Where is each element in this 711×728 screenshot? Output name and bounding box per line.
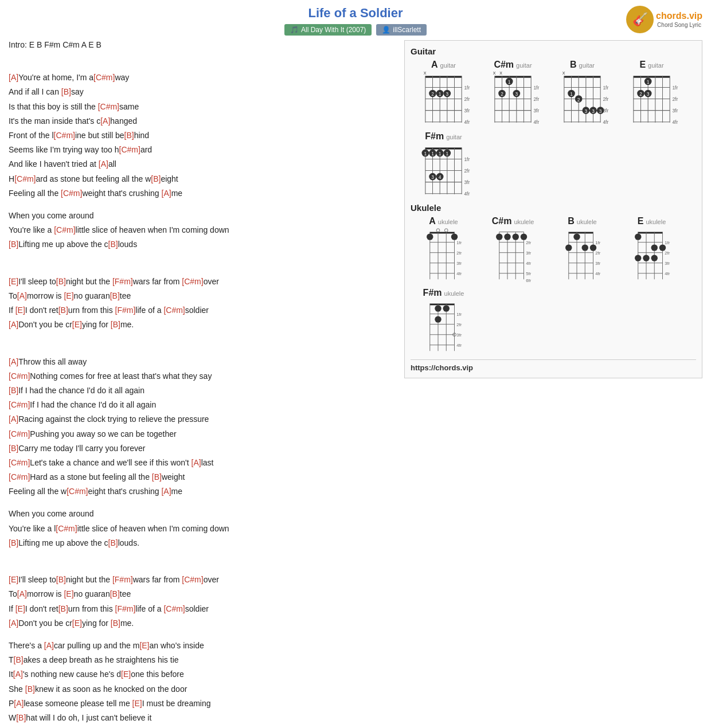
chord-marker[interactable]: [A] — [9, 414, 18, 424]
chord-marker[interactable]: [C#m] — [93, 73, 115, 82]
chord-marker[interactable]: [B] — [124, 131, 134, 140]
chord-marker[interactable]: [B] — [9, 538, 18, 547]
svg-text:1fr: 1fr — [533, 85, 539, 91]
chord-marker[interactable]: [B] — [14, 655, 24, 664]
svg-text:1fr: 1fr — [456, 240, 462, 245]
chord-marker[interactable]: [B] — [56, 575, 66, 584]
chord-marker[interactable]: [A] — [99, 159, 108, 169]
chord-marker[interactable]: [E] — [15, 306, 25, 315]
chord-type-uke1: ukulele — [438, 218, 458, 225]
chord-marker[interactable]: [A] — [14, 699, 24, 708]
ukulele-section: Ukulele A ukulele — [411, 203, 696, 354]
album-tag[interactable]: 🎵 All Day With It (2007) — [284, 24, 372, 36]
chord-marker[interactable]: [C#m] — [54, 225, 75, 234]
chord-marker[interactable]: [A] — [17, 291, 27, 300]
logo-text: chords.vip Chord Song Lyric — [656, 10, 702, 28]
svg-point-170 — [590, 244, 596, 251]
chord-marker[interactable]: [B] — [111, 320, 120, 329]
chord-marker[interactable]: [B] — [110, 589, 120, 598]
chord-marker[interactable]: [A] — [9, 320, 18, 329]
chord-marker[interactable]: [A] — [17, 589, 27, 598]
chord-marker[interactable]: [C#m] — [182, 575, 203, 584]
svg-rect-190 — [430, 304, 455, 306]
chord-marker[interactable]: [E] — [132, 699, 142, 708]
chord-marker[interactable]: [F#m] — [112, 277, 133, 286]
chord-marker[interactable]: [C#m] — [9, 458, 30, 467]
chord-marker[interactable]: [E] — [139, 641, 149, 650]
chord-marker[interactable]: [F#m] — [112, 575, 133, 584]
svg-text:3fr: 3fr — [464, 179, 470, 185]
chord-marker[interactable]: [A] — [161, 487, 171, 496]
chord-marker[interactable]: [B] — [111, 619, 120, 628]
chord-marker[interactable]: [C#m] — [61, 189, 82, 198]
chord-marker[interactable]: [C#m] — [14, 174, 36, 183]
chord-marker[interactable]: [B] — [9, 444, 18, 453]
svg-text:3: 3 — [515, 91, 518, 97]
chord-marker[interactable]: [A] — [9, 357, 18, 366]
svg-text:6fr: 6fr — [526, 278, 531, 282]
chord-marker[interactable]: [A] — [100, 116, 110, 126]
chord-marker[interactable]: [A] — [162, 189, 171, 198]
chord-marker[interactable]: [C#m] — [98, 102, 119, 111]
svg-text:3fr: 3fr — [595, 261, 600, 266]
artist-tag[interactable]: 👤 illScarlett — [376, 24, 427, 36]
chord-marker[interactable]: [A] — [44, 641, 54, 650]
svg-text:4fr: 4fr — [456, 271, 462, 276]
chord-marker[interactable]: [C#m] — [163, 604, 185, 613]
chord-marker[interactable]: [C#m] — [67, 487, 88, 496]
chord-marker[interactable]: [B] — [9, 240, 18, 249]
chord-marker[interactable]: [E] — [64, 589, 73, 598]
chord-marker[interactable]: [C#m] — [9, 371, 30, 381]
svg-point-184 — [635, 233, 641, 240]
chord-marker[interactable]: [A] — [9, 73, 18, 82]
chord-marker[interactable]: [E] — [72, 619, 82, 628]
chord-marker[interactable]: [E] — [121, 670, 131, 679]
chord-marker[interactable]: [B] — [151, 174, 161, 183]
svg-text:4: 4 — [439, 174, 442, 180]
svg-point-203 — [435, 305, 441, 311]
chord-marker[interactable]: [E] — [15, 604, 25, 613]
chord-marker[interactable]: [F#m] — [115, 306, 136, 315]
lyric-block-story: There's a [A]car pulling up and the m[E]… — [9, 639, 396, 728]
chord-marker[interactable]: [B] — [152, 472, 162, 482]
chord-marker[interactable]: [A] — [13, 670, 23, 679]
chord-marker[interactable]: [E] — [64, 291, 73, 300]
chord-name-Fsharpm-uke: F#m — [423, 288, 442, 298]
chord-diagram-Csharpm-ukulele: C#m ukulele — [480, 216, 546, 282]
chord-diagram-A-guitar: A guitar — [411, 60, 476, 126]
chord-marker[interactable]: [A] — [9, 619, 18, 628]
chord-marker[interactable]: [B] — [61, 87, 71, 96]
svg-text:3: 3 — [599, 108, 602, 114]
chord-marker[interactable]: [C#m] — [9, 429, 30, 439]
chord-marker[interactable]: [C#m] — [9, 472, 30, 482]
chord-marker[interactable]: [E] — [9, 575, 18, 584]
chord-marker[interactable]: [B] — [108, 240, 118, 249]
chord-marker[interactable]: [B] — [9, 386, 18, 395]
chord-marker[interactable]: [A] — [192, 458, 201, 467]
chord-type-guitar3: guitar — [579, 62, 595, 69]
chord-marker[interactable]: [C#m] — [119, 145, 140, 154]
chord-marker[interactable]: [E] — [72, 320, 82, 329]
chord-marker[interactable]: [B] — [108, 538, 118, 547]
chord-marker[interactable]: [C#m] — [56, 524, 77, 533]
svg-point-151 — [504, 233, 510, 240]
chord-marker[interactable]: [B] — [16, 713, 26, 722]
chord-marker[interactable]: [E] — [9, 277, 18, 286]
guitar-icon: 🎸 — [626, 6, 654, 33]
chord-marker[interactable]: [C#m] — [9, 400, 30, 409]
chord-marker[interactable]: [C#m] — [163, 306, 185, 315]
chord-marker[interactable]: [B] — [58, 604, 68, 613]
chord-marker[interactable]: [C#m] — [54, 131, 75, 140]
chord-marker[interactable]: [B] — [25, 684, 35, 694]
svg-text:1fr: 1fr — [595, 240, 600, 245]
chord-marker[interactable]: [B] — [56, 277, 66, 286]
chord-marker[interactable]: [B] — [110, 291, 120, 300]
svg-text:2fr: 2fr — [456, 322, 462, 327]
chord-marker[interactable]: [C#m] — [182, 277, 203, 286]
chord-marker[interactable]: [B] — [58, 306, 68, 315]
svg-point-167 — [573, 233, 580, 240]
svg-text:3fr: 3fr — [533, 108, 539, 113]
chord-marker[interactable]: [F#m] — [115, 604, 136, 613]
svg-text:2: 2 — [431, 91, 434, 97]
svg-text:2fr: 2fr — [603, 96, 608, 102]
